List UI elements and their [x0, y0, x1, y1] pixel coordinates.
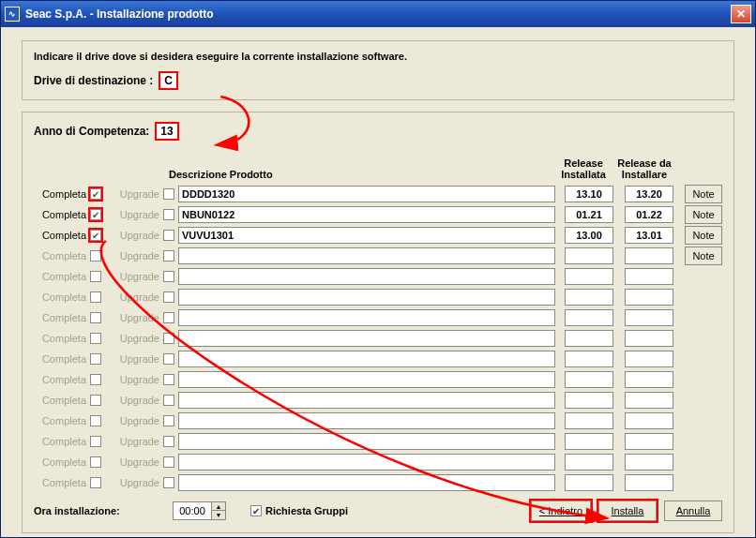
- release-da-installare-field: [625, 454, 673, 471]
- completa-checkbox: [90, 456, 101, 468]
- desc-field: [178, 309, 555, 326]
- release-da-installare-field: [625, 247, 673, 264]
- completa-checkbox[interactable]: [90, 188, 101, 200]
- drive-value[interactable]: C: [159, 71, 178, 90]
- upgrade-label: Upgrade: [107, 230, 161, 241]
- note-button[interactable]: Note: [685, 226, 722, 245]
- indietro-button[interactable]: < Indietro: [531, 501, 591, 521]
- release-installata-field: [565, 247, 613, 264]
- release-installata-field: [565, 371, 613, 388]
- completa-checkbox: [90, 415, 101, 426]
- completa-checkbox: [90, 271, 101, 282]
- installa-button[interactable]: Installa: [598, 501, 657, 521]
- desc-field: [178, 247, 555, 264]
- table-row: CompletaUpgradeNBUN012201.2101.22Note: [34, 204, 722, 225]
- desc-field: [178, 351, 555, 367]
- desc-field: [178, 392, 555, 409]
- upgrade-label: Upgrade: [107, 333, 161, 344]
- table-row: CompletaUpgrade: [34, 307, 722, 328]
- desc-field[interactable]: NBUN0122: [178, 206, 555, 223]
- note-button[interactable]: Note: [685, 247, 722, 265]
- desc-field: [178, 289, 555, 306]
- header-release-da-installare: Release da Installare: [612, 157, 677, 180]
- release-installata-field: [565, 392, 613, 409]
- header-release-installata: Release Installata: [555, 157, 612, 180]
- richiesta-gruppi-checkbox[interactable]: [250, 505, 262, 516]
- upgrade-label: Upgrade: [107, 477, 161, 488]
- table-row: CompletaUpgradeDDDD132013.1013.20Note: [34, 184, 722, 204]
- anno-label: Anno di Competenza:: [34, 125, 149, 138]
- release-da-installare-field: 13.20: [625, 186, 673, 202]
- completa-checkbox: [90, 333, 101, 344]
- upgrade-label: Upgrade: [107, 415, 161, 426]
- desc-field[interactable]: VUVU1301: [178, 227, 555, 244]
- ora-value[interactable]: [174, 504, 211, 517]
- upgrade-checkbox: [163, 415, 174, 426]
- completa-label: Completa: [34, 209, 88, 220]
- completa-checkbox[interactable]: [90, 230, 101, 241]
- note-button[interactable]: Note: [685, 205, 722, 224]
- upgrade-checkbox: [163, 436, 174, 447]
- desc-field: [178, 454, 555, 471]
- upgrade-label: Upgrade: [107, 395, 161, 406]
- completa-label: Completa: [34, 312, 88, 323]
- release-da-installare-field: [625, 289, 673, 306]
- completa-checkbox: [90, 436, 101, 447]
- completa-label: Completa: [34, 456, 88, 468]
- annulla-button[interactable]: Annulla: [664, 501, 722, 521]
- upgrade-checkbox: [163, 250, 174, 262]
- completa-checkbox: [90, 250, 101, 262]
- note-button[interactable]: Note: [685, 185, 722, 203]
- table-row: CompletaUpgradeNote: [34, 246, 722, 266]
- release-da-installare-field: [625, 433, 673, 450]
- table-row: CompletaUpgrade: [34, 390, 722, 411]
- completa-label: Completa: [34, 291, 88, 303]
- upgrade-checkbox: [163, 209, 174, 220]
- ora-input[interactable]: ▲ ▼: [173, 501, 226, 520]
- upgrade-label: Upgrade: [107, 291, 161, 303]
- desc-field[interactable]: DDDD1320: [178, 186, 555, 202]
- upgrade-checkbox: [163, 271, 174, 282]
- anno-value[interactable]: 13: [155, 122, 178, 141]
- upgrade-label: Upgrade: [107, 188, 161, 200]
- upgrade-label: Upgrade: [107, 271, 161, 282]
- release-da-installare-field: [625, 371, 673, 388]
- upgrade-label: Upgrade: [107, 250, 161, 262]
- ora-label: Ora installazione:: [34, 505, 165, 516]
- table-row: CompletaUpgrade: [34, 349, 722, 369]
- drive-label: Drive di destinazione :: [34, 74, 153, 87]
- close-icon: ✕: [736, 7, 746, 21]
- upgrade-label: Upgrade: [107, 436, 161, 447]
- upgrade-checkbox: [163, 374, 174, 385]
- instruction-text: Indicare il drive dove si desidera esegu…: [34, 51, 722, 62]
- desc-field: [178, 433, 555, 450]
- table-row: CompletaUpgrade: [34, 287, 722, 307]
- release-installata-field: [565, 433, 613, 450]
- release-installata-field: 13.00: [565, 227, 613, 244]
- ora-spin-down[interactable]: ▼: [212, 511, 225, 519]
- completa-label: Completa: [34, 250, 88, 262]
- completa-checkbox[interactable]: [90, 209, 101, 220]
- release-installata-field: [565, 474, 613, 491]
- titlebar: ∿ Seac S.p.A. - Installazione prodotto ✕: [1, 1, 755, 27]
- table-row: CompletaUpgrade: [34, 452, 722, 472]
- release-installata-field: [565, 330, 613, 347]
- completa-checkbox: [90, 477, 101, 488]
- upgrade-label: Upgrade: [107, 353, 161, 365]
- desc-field: [178, 412, 555, 429]
- release-installata-field: [565, 454, 613, 471]
- release-da-installare-field: [625, 392, 673, 409]
- release-da-installare-field: [625, 412, 673, 429]
- richiesta-gruppi-label: Richiesta Gruppi: [265, 505, 348, 516]
- release-installata-field: 13.10: [565, 186, 613, 202]
- ora-spin-up[interactable]: ▲: [212, 502, 225, 511]
- release-installata-field: [565, 351, 613, 367]
- completa-label: Completa: [34, 436, 88, 447]
- completa-label: Completa: [34, 395, 88, 406]
- table-row: CompletaUpgrade: [34, 328, 722, 349]
- upgrade-label: Upgrade: [107, 312, 161, 323]
- main-groupbox: Anno di Competenza: 13 Descrizione Prodo…: [22, 112, 734, 533]
- release-installata-field: [565, 309, 613, 326]
- upgrade-checkbox: [163, 291, 174, 303]
- close-button[interactable]: ✕: [731, 5, 751, 23]
